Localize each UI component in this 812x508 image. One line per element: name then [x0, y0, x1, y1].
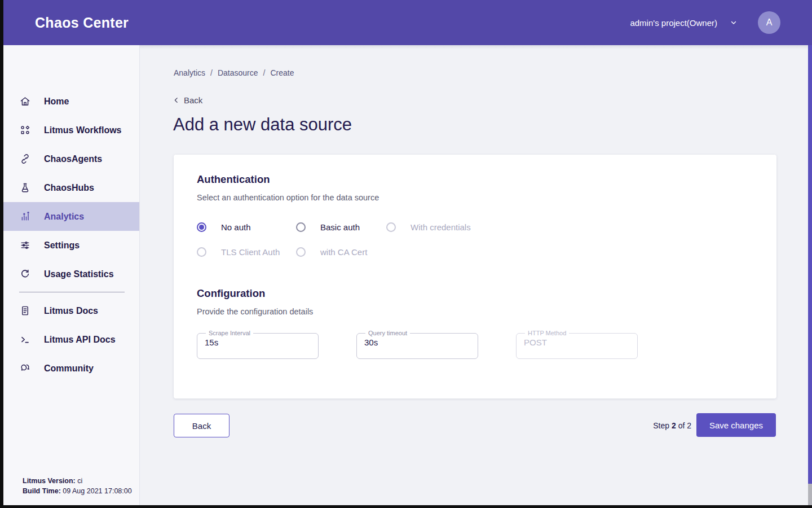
radio-with-credentials: With credentials	[386, 222, 753, 232]
step-indicator: Step 2 of 2	[653, 421, 691, 430]
radio-tls-client-auth: TLS Client Auth	[197, 247, 296, 257]
radio-disabled-icon	[386, 222, 396, 232]
sidebar-item-home[interactable]: Home	[3, 87, 139, 116]
breadcrumb-analytics[interactable]: Analytics	[174, 68, 205, 77]
configuration-subtitle: Provide the configuration details	[197, 307, 753, 316]
scrollbar-thumb[interactable]	[808, 45, 812, 484]
version-label: Litmus Version:	[23, 477, 76, 485]
radio-label: Basic auth	[320, 222, 360, 232]
window-edge-bottom	[0, 505, 812, 508]
query-timeout-label: Query timeout	[365, 330, 410, 336]
radio-selected-icon[interactable]	[197, 222, 206, 232]
home-icon	[19, 96, 30, 107]
sidebar-item-label: Settings	[44, 240, 80, 251]
radio-label: With credentials	[411, 222, 471, 232]
radio-label: with CA Cert	[320, 247, 367, 257]
sidebar-item-label: Home	[44, 97, 69, 107]
scrape-interval-value[interactable]: 15s	[205, 336, 311, 347]
version-info: Litmus Version: ci Build Time: 09 Aug 20…	[23, 476, 132, 496]
avatar-initial: A	[766, 17, 773, 28]
sidebar-nav: Home Litmus Workflows ChaosAgents ChaosH…	[3, 45, 139, 383]
analytics-icon	[19, 211, 30, 222]
radio-basic-auth[interactable]: Basic auth	[296, 222, 386, 232]
step-of: of	[678, 421, 685, 430]
sidebar-item-label: Litmus Docs	[44, 306, 98, 316]
sidebar-item-label: ChaosAgents	[44, 154, 102, 164]
sidebar-item-usage-statistics[interactable]: Usage Statistics	[3, 260, 139, 288]
radio-with-ca-cert: with CA Cert	[296, 247, 386, 257]
project-selector[interactable]: admin's project(Owner)	[630, 18, 738, 28]
step-total: 2	[687, 421, 691, 430]
sliders-icon	[19, 240, 30, 251]
query-timeout-field[interactable]: Query timeout 30s	[356, 330, 478, 359]
sidebar-item-litmus-docs[interactable]: Litmus Docs	[3, 296, 139, 325]
http-method-label: HTTP Method	[525, 330, 569, 336]
back-button[interactable]: Back	[174, 414, 230, 437]
sidebar-item-chaoshubs[interactable]: ChaosHubs	[3, 173, 139, 202]
link-icon	[19, 154, 30, 165]
sidebar-item-analytics[interactable]: Analytics	[3, 202, 139, 231]
sidebar-item-litmus-workflows[interactable]: Litmus Workflows	[3, 116, 139, 144]
http-method-placeholder[interactable]: POST	[524, 336, 630, 347]
chevron-down-icon	[730, 19, 738, 27]
radio-label: No auth	[221, 222, 251, 232]
sidebar-item-label: Analytics	[44, 212, 84, 222]
scrape-interval-field[interactable]: Scrape Interval 15s	[197, 330, 319, 359]
build-value: 09 Aug 2021 17:08:00	[63, 487, 131, 495]
breadcrumb-separator: /	[263, 68, 266, 77]
scrollbar-track[interactable]	[808, 45, 812, 505]
sidebar: Home Litmus Workflows ChaosAgents ChaosH…	[3, 45, 140, 505]
sidebar-item-label: Litmus API Docs	[44, 335, 116, 345]
radio-label: TLS Client Auth	[221, 247, 280, 257]
top-header: Chaos Center admin's project(Owner) A	[0, 0, 812, 45]
main-content: Analytics / Datasource / Create Back Add…	[140, 45, 812, 505]
window-edge-left	[0, 0, 3, 508]
litmus-version-line: Litmus Version: ci	[23, 476, 132, 486]
flask-icon	[19, 182, 30, 194]
authentication-heading: Authentication	[197, 173, 753, 186]
version-value: ci	[77, 477, 82, 485]
auth-options: No auth Basic auth With credentials	[197, 222, 753, 257]
datasource-form-card: Authentication Select an authentication …	[174, 155, 776, 398]
scrape-interval-label: Scrape Interval	[206, 330, 253, 336]
app-title: Chaos Center	[35, 15, 129, 31]
step-current: 2	[672, 421, 676, 430]
document-icon	[19, 305, 30, 317]
sidebar-item-label: Litmus Workflows	[44, 125, 122, 135]
back-link[interactable]: Back	[173, 95, 202, 105]
build-time-line: Build Time: 09 Aug 2021 17:08:00	[23, 486, 132, 496]
page-title: Add a new data source	[173, 115, 352, 135]
app-window: Chaos Center admin's project(Owner) A Ho…	[0, 0, 812, 508]
terminal-icon	[19, 334, 30, 345]
authentication-subtitle: Select an authentication option for the …	[197, 193, 753, 202]
sidebar-item-litmus-api-docs[interactable]: Litmus API Docs	[3, 325, 139, 354]
save-changes-button[interactable]: Save changes	[696, 413, 776, 437]
breadcrumb: Analytics / Datasource / Create	[174, 68, 294, 77]
sidebar-item-label: ChaosHubs	[44, 183, 94, 193]
step-prefix: Step	[653, 421, 669, 430]
sidebar-item-label: Community	[44, 364, 94, 374]
query-timeout-value[interactable]: 30s	[364, 336, 470, 347]
configuration-heading: Configuration	[197, 287, 753, 300]
chat-icon	[19, 363, 30, 374]
avatar[interactable]: A	[758, 11, 780, 34]
sidebar-item-community[interactable]: Community	[3, 354, 139, 383]
breadcrumb-datasource[interactable]: Datasource	[218, 68, 258, 77]
refresh-icon	[19, 269, 30, 280]
http-method-field[interactable]: HTTP Method POST	[516, 330, 638, 359]
sidebar-item-settings[interactable]: Settings	[3, 231, 139, 260]
configuration-fields: Scrape Interval 15s Query timeout 30s HT…	[197, 330, 753, 359]
sidebar-item-chaosagents[interactable]: ChaosAgents	[3, 144, 139, 173]
breadcrumb-separator: /	[210, 68, 213, 77]
radio-unselected-icon[interactable]	[296, 222, 306, 232]
sidebar-divider	[19, 292, 125, 292]
chevron-left-icon	[173, 97, 180, 104]
authentication-section: Authentication Select an authentication …	[197, 173, 753, 257]
project-selector-label: admin's project(Owner)	[630, 18, 717, 28]
breadcrumb-create[interactable]: Create	[270, 68, 294, 77]
radio-no-auth[interactable]: No auth	[197, 222, 296, 232]
radio-disabled-icon	[197, 247, 206, 257]
back-link-label: Back	[184, 95, 202, 105]
radio-disabled-icon	[296, 247, 306, 257]
workflows-icon	[19, 125, 30, 136]
